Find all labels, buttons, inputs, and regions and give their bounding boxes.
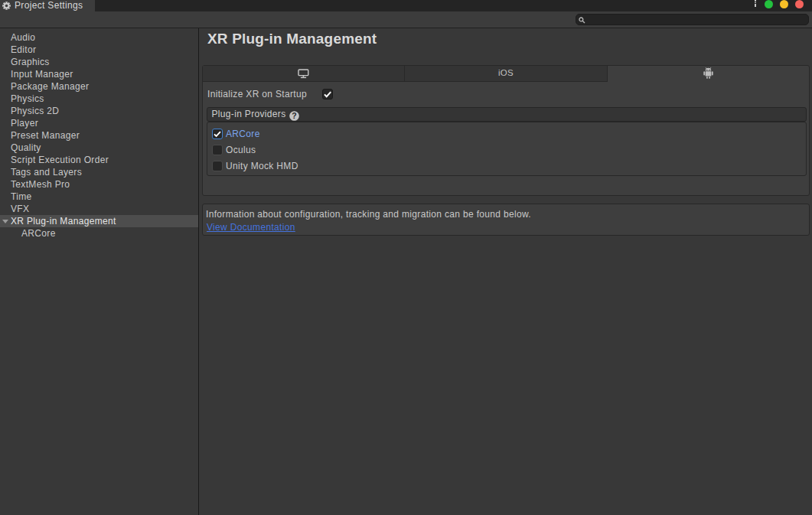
svg-text:?: ? xyxy=(292,111,297,120)
